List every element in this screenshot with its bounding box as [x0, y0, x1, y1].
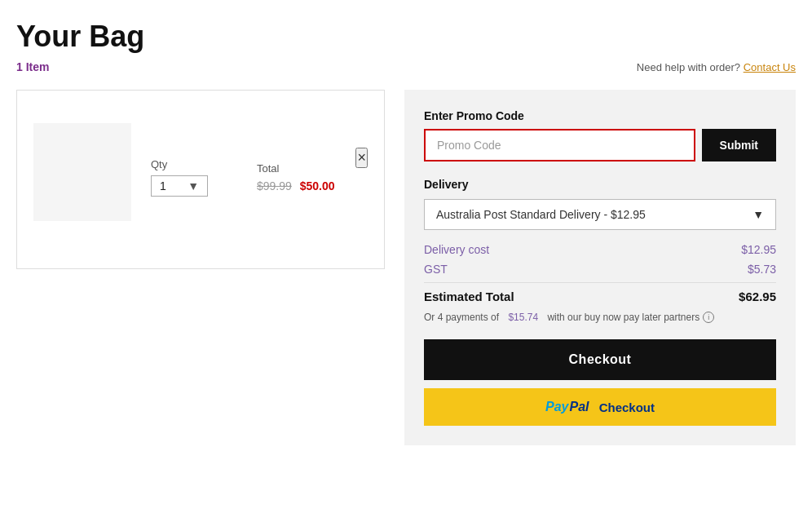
qty-label: Qty: [151, 158, 208, 170]
installment-amount[interactable]: $15.74: [508, 312, 538, 323]
installment-suffix: with our buy now pay later partners: [547, 312, 699, 323]
divider: [424, 282, 776, 283]
header-row: 1 Item Need help with order? Contact Us: [16, 60, 796, 73]
gst-row: GST $5.73: [424, 263, 776, 276]
qty-value: 1: [160, 179, 166, 192]
page-title: Your Bag: [16, 20, 796, 54]
cart-item-details: Qty 1 ▼ Total $99.99 $50.00: [151, 148, 336, 197]
delivery-cost-row: Delivery cost $12.95: [424, 243, 776, 256]
price-sale: $50.00: [300, 179, 335, 192]
delivery-cost-label: Delivery cost: [424, 243, 489, 256]
promo-row: Submit: [424, 129, 776, 161]
remove-item-button[interactable]: ×: [355, 148, 368, 168]
paypal-checkout-button[interactable]: PayPal Checkout: [424, 388, 776, 426]
main-content: Qty 1 ▼ Total $99.99 $50.00: [16, 90, 796, 445]
cart-section: Qty 1 ▼ Total $99.99 $50.00: [16, 90, 385, 269]
estimated-total-label: Estimated Total: [424, 290, 514, 303]
chevron-down-icon: ▼: [188, 179, 199, 192]
estimated-total-value: $62.95: [739, 290, 776, 303]
price-original: $99.99: [257, 179, 292, 192]
info-icon[interactable]: i: [703, 312, 714, 323]
help-text-static: Need help with order?: [637, 61, 740, 73]
delivery-label: Delivery: [424, 178, 776, 191]
contact-link[interactable]: Contact Us: [744, 61, 796, 73]
checkout-button[interactable]: Checkout: [424, 339, 776, 380]
paypal-pay-text: Pay: [545, 400, 568, 414]
promo-input[interactable]: [424, 129, 695, 161]
gst-value: $5.73: [748, 263, 776, 276]
total-column: Total $99.99 $50.00: [257, 162, 335, 192]
item-count: 1 Item: [16, 60, 49, 73]
paypal-pal-text: Pal: [569, 400, 589, 414]
installment-info: Or 4 payments of $15.74 with our buy now…: [424, 312, 776, 323]
order-summary: Enter Promo Code Submit Delivery Austral…: [404, 90, 796, 445]
delivery-option-text: Australia Post Standard Delivery - $12.9…: [436, 208, 646, 221]
promo-label: Enter Promo Code: [424, 109, 776, 122]
total-label: Total: [257, 162, 335, 175]
paypal-logo: PayPal: [545, 400, 589, 414]
chevron-down-icon: ▼: [752, 208, 764, 221]
delivery-selector[interactable]: Australia Post Standard Delivery - $12.9…: [424, 199, 776, 230]
qty-column: Qty 1 ▼: [151, 158, 208, 197]
estimated-total-row: Estimated Total $62.95: [424, 290, 776, 303]
delivery-cost-value: $12.95: [741, 243, 776, 256]
help-text: Need help with order? Contact Us: [637, 61, 796, 73]
product-image: [33, 123, 131, 221]
submit-promo-button[interactable]: Submit: [702, 129, 776, 161]
qty-selector[interactable]: 1 ▼: [151, 175, 208, 197]
gst-label: GST: [424, 263, 448, 276]
qty-total-row: Qty 1 ▼ Total $99.99 $50.00: [151, 158, 336, 197]
price-row: $99.99 $50.00: [257, 179, 335, 192]
installment-prefix: Or 4 payments of: [424, 312, 499, 323]
cart-item: Qty 1 ▼ Total $99.99 $50.00: [33, 107, 368, 237]
paypal-checkout-text: Checkout: [599, 400, 655, 414]
